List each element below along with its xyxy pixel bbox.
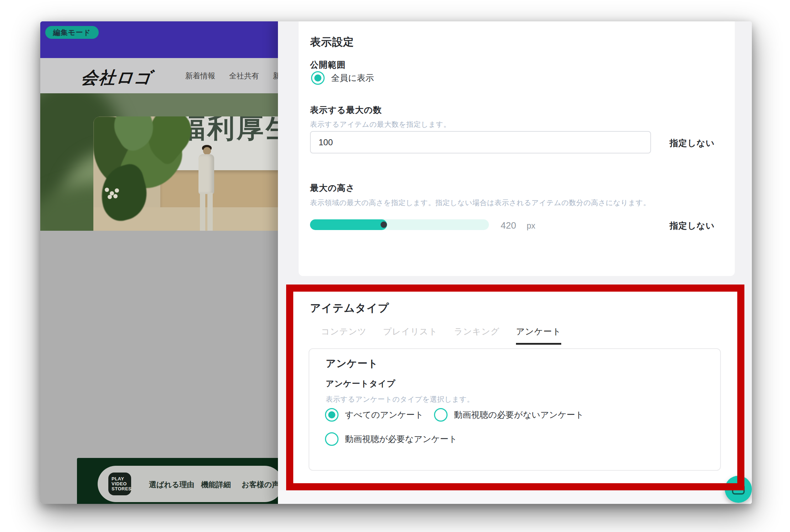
item-type-tabs: コンテンツ プレイリスト ランキング アンケート bbox=[321, 326, 561, 345]
save-icon bbox=[732, 484, 745, 495]
slider-knob[interactable] bbox=[381, 221, 387, 228]
max-count-none-label[interactable]: 指定しない bbox=[670, 137, 715, 149]
max-height-slider[interactable] bbox=[310, 219, 489, 230]
hero-nav-link-features[interactable]: 機能詳細 bbox=[201, 480, 231, 490]
editor-toolbar: 編集モード bbox=[40, 21, 278, 58]
max-count-label: 表示する最大の数 bbox=[310, 104, 382, 116]
item-type-title: アイテムタイプ bbox=[310, 301, 389, 315]
site-nav-link-company[interactable]: 全社共有 bbox=[229, 71, 259, 81]
radio-video-required-surveys-label: 動画視聴が必要なアンケート bbox=[345, 433, 457, 445]
display-settings-card: 表示設定 公開範囲 全員に表示 表示する最大の数 表示するアイテムの最大数を指定… bbox=[299, 21, 735, 276]
survey-option-video-required-row: 動画視聴が必要なアンケート bbox=[325, 432, 457, 446]
businessman-figurine bbox=[196, 145, 217, 231]
site-nav-link-cutoff[interactable]: 新 bbox=[273, 71, 278, 81]
flower-dot bbox=[108, 195, 112, 199]
max-height-value: 420 bbox=[501, 220, 516, 231]
site-logo[interactable]: 会社ロゴ bbox=[80, 67, 153, 89]
welfare-sign-text: 福利厚生 bbox=[178, 116, 278, 147]
radio-show-everyone[interactable] bbox=[311, 71, 325, 85]
tab-survey[interactable]: アンケート bbox=[516, 326, 561, 345]
tab-playlist[interactable]: プレイリスト bbox=[383, 326, 438, 345]
site-header: 会社ロゴ 新着情報 全社共有 新 bbox=[40, 58, 278, 93]
screenshot-canvas: 編集モード 会社ロゴ 新着情報 全社共有 新 福利厚生 bbox=[0, 0, 790, 532]
preview-gray-band: PLAY VIDEO STORES 選ばれる理由 機能詳細 お客様の声 活用 動… bbox=[40, 231, 278, 504]
site-preview: 編集モード 会社ロゴ 新着情報 全社共有 新 福利厚生 bbox=[40, 21, 278, 504]
flower-dot bbox=[113, 194, 118, 198]
flower-dot bbox=[115, 188, 119, 193]
radio-all-surveys-label: すべてのアンケート bbox=[345, 409, 424, 421]
display-settings-title: 表示設定 bbox=[310, 35, 354, 49]
survey-panel-title: アンケート bbox=[326, 357, 378, 370]
tab-contents[interactable]: コンテンツ bbox=[321, 326, 367, 345]
max-count-helper: 表示するアイテムの最大数を指定します。 bbox=[310, 120, 451, 129]
play-video-stores-logo[interactable]: PLAY VIDEO STORES bbox=[108, 473, 131, 495]
radio-video-required-surveys[interactable] bbox=[325, 432, 339, 446]
visibility-label: 公開範囲 bbox=[310, 59, 346, 71]
hero-photo-section: 福利厚生 bbox=[40, 93, 278, 231]
play-video-hero-section: PLAY VIDEO STORES 選ばれる理由 機能詳細 お客様の声 活用 動… bbox=[77, 458, 278, 504]
survey-settings-panel: アンケート アンケートタイプ 表示するアンケートのタイプを選択します。 すべての… bbox=[309, 348, 721, 471]
site-nav-link-news[interactable]: 新着情報 bbox=[185, 71, 215, 81]
survey-option-no-video-row: 動画視聴の必要がないアンケート bbox=[434, 408, 584, 422]
slider-fill bbox=[310, 219, 387, 230]
hero-nav-link-voices[interactable]: お客様の声 bbox=[242, 480, 278, 490]
survey-option-all-row: すべてのアンケート bbox=[325, 408, 424, 422]
max-height-unit: px bbox=[527, 221, 535, 231]
logo-line: PLAY bbox=[112, 476, 124, 481]
logo-line: VIDEO bbox=[112, 481, 127, 486]
edit-mode-badge: 編集モード bbox=[45, 26, 99, 39]
max-height-helper: 表示領域の最大の高さを指定します。指定しない場合は表示されるアイテムの数分の高さ… bbox=[310, 198, 650, 208]
item-type-card: アイテムタイプ コンテンツ プレイリスト ランキング アンケート アンケート ア… bbox=[293, 292, 737, 483]
flower-dot bbox=[105, 188, 109, 192]
settings-panel: 表示設定 公開範囲 全員に表示 表示する最大の数 表示するアイテムの最大数を指定… bbox=[278, 21, 752, 504]
survey-type-helper: 表示するアンケートのタイプを選択します。 bbox=[326, 395, 474, 404]
radio-show-everyone-label: 全員に表示 bbox=[331, 72, 374, 84]
max-height-label: 最大の高さ bbox=[310, 182, 355, 194]
max-count-input[interactable] bbox=[310, 131, 651, 153]
logo-line: STORES bbox=[112, 486, 131, 491]
panel-footer bbox=[278, 490, 752, 504]
radio-all-surveys[interactable] bbox=[325, 408, 339, 422]
survey-type-label: アンケートタイプ bbox=[326, 378, 396, 389]
visibility-option-row: 全員に表示 bbox=[311, 71, 374, 85]
welfare-photo-card[interactable]: 福利厚生 bbox=[93, 116, 278, 231]
editor-window: 編集モード 会社ロゴ 新着情報 全社共有 新 福利厚生 bbox=[40, 21, 752, 504]
hero-pill-nav: PLAY VIDEO STORES 選ばれる理由 機能詳細 お客様の声 活用 bbox=[98, 466, 278, 502]
save-fab-button[interactable] bbox=[725, 476, 752, 503]
hero-nav-link-reasons[interactable]: 選ばれる理由 bbox=[149, 480, 194, 490]
tab-ranking[interactable]: ランキング bbox=[454, 326, 500, 345]
photo-whiteboard-base bbox=[160, 170, 278, 207]
max-height-none-label[interactable]: 指定しない bbox=[670, 220, 715, 231]
radio-no-video-surveys-label: 動画視聴の必要がないアンケート bbox=[454, 409, 584, 421]
radio-no-video-surveys[interactable] bbox=[434, 408, 448, 422]
